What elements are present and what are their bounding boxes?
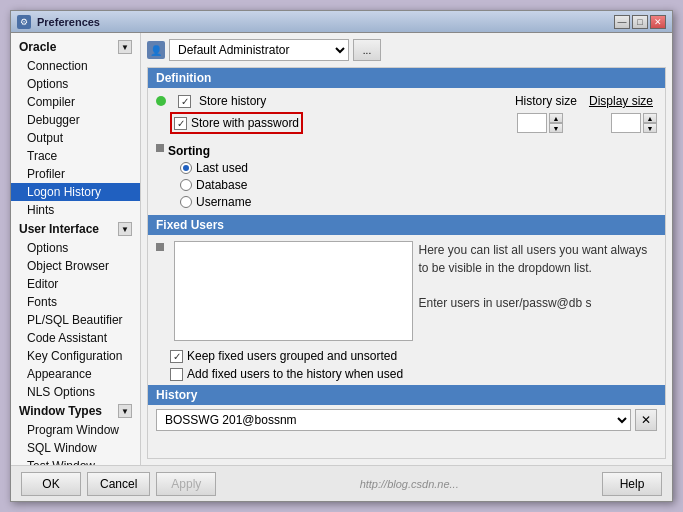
display-size-spinner: 30 ▲ ▼ [611,113,657,133]
bottom-bar: OK Cancel Apply http://blog.csdn.ne... H… [11,465,672,501]
radio-username-label: Username [196,195,251,209]
sidebar-item-logon-history[interactable]: Logon History [11,183,140,201]
ui-expand-icon[interactable]: ▼ [118,222,132,236]
sidebar-item-editor[interactable]: Editor [11,275,140,293]
watermark-text: http://blog.csdn.ne... [360,478,459,490]
preferences-window: ⚙ Preferences — □ ✕ Oracle ▼ Connection … [10,10,673,502]
display-size-input[interactable]: 30 [611,113,641,133]
radio-group: Last used Database Username [180,161,251,209]
green-indicator [156,96,166,106]
add-to-history-checkbox[interactable] [170,368,183,381]
sidebar-item-appearance[interactable]: Appearance [11,365,140,383]
radio-username[interactable]: Username [180,195,251,209]
sorting-group: Sorting Last used Database [168,144,251,209]
history-size-spinner: 8 ▲ ▼ [517,113,563,133]
sidebar-item-plsql[interactable]: PL/SQL Beautifier [11,311,140,329]
sidebar-item-connection[interactable]: Connection [11,57,140,75]
history-size-label: History size [515,94,577,108]
sidebar-item-compiler[interactable]: Compiler [11,93,140,111]
maximize-button[interactable]: □ [632,15,648,29]
fixed-users-hint: Here you can list all users you want alw… [419,241,658,312]
sidebar-item-sql-window[interactable]: SQL Window [11,439,140,457]
sidebar-item-debugger[interactable]: Debugger [11,111,140,129]
apply-button[interactable]: Apply [156,472,216,496]
sidebar-item-program-window[interactable]: Program Window [11,421,140,439]
history-size-down[interactable]: ▼ [549,123,563,133]
fixed-users-textarea-wrapper [174,241,413,341]
ok-button[interactable]: OK [21,472,81,496]
store-password-row: Store with password 8 ▲ ▼ [170,112,657,134]
store-password-highlight: Store with password [170,112,303,134]
bottom-left-buttons: OK Cancel Apply [21,472,216,496]
history-combo[interactable]: BOSSWG 201@bossnm [156,409,631,431]
sidebar-item-object-browser[interactable]: Object Browser [11,257,140,275]
definition-content: Store history History size Display size … [148,88,665,144]
cancel-button[interactable]: Cancel [87,472,150,496]
display-size-down[interactable]: ▼ [643,123,657,133]
fixed-users-options: Keep fixed users grouped and unsorted Ad… [148,347,665,385]
sidebar-item-trace[interactable]: Trace [11,147,140,165]
radio-database-btn[interactable] [180,179,192,191]
history-size-input[interactable]: 8 [517,113,547,133]
radio-database-label: Database [196,178,247,192]
window-icon: ⚙ [17,15,31,29]
sidebar-section-oracle: Oracle ▼ [11,37,140,57]
toolbar: 👤 Default Administrator ... [147,39,666,61]
fixed-users-inner: Here you can list all users you want alw… [174,241,657,341]
keep-grouped-checkbox[interactable] [170,350,183,363]
history-header: History [148,385,665,405]
window-title: Preferences [37,16,608,28]
settings-content: Definition Store history History size Di… [148,68,665,458]
sidebar-item-hints[interactable]: Hints [11,201,140,219]
radio-last-used[interactable]: Last used [180,161,251,175]
display-size-spinner-buttons: ▲ ▼ [643,113,657,133]
history-size-up[interactable]: ▲ [549,113,563,123]
fixed-users-content: Here you can list all users you want alw… [148,235,665,347]
sidebar-item-code-assistant[interactable]: Code Assistant [11,329,140,347]
store-history-checkbox[interactable] [178,95,191,108]
admin-select[interactable]: Default Administrator [169,39,349,61]
sidebar-item-ui-options[interactable]: Options [11,239,140,257]
minimize-button[interactable]: — [614,15,630,29]
history-content: BOSSWG 201@bossnm ✕ [148,405,665,435]
title-buttons: — □ ✕ [614,15,666,29]
display-size-up[interactable]: ▲ [643,113,657,123]
sidebar: Oracle ▼ Connection Options Compiler Deb… [11,33,141,465]
store-password-label: Store with password [191,116,299,130]
sorting-area: Sorting Last used Database [148,144,665,215]
sidebar-item-key-config[interactable]: Key Configuration [11,347,140,365]
sidebar-item-options[interactable]: Options [11,75,140,93]
store-history-row: Store history History size Display size [156,94,657,108]
radio-database[interactable]: Database [180,178,251,192]
radio-last-used-label: Last used [196,161,248,175]
admin-icon: 👤 [147,41,165,59]
history-size-spinner-buttons: ▲ ▼ [549,113,563,133]
sidebar-item-output[interactable]: Output [11,129,140,147]
sidebar-item-nls[interactable]: NLS Options [11,383,140,401]
add-to-history-row: Add fixed users to the history when used [170,367,657,381]
fixed-users-indicator [156,243,164,251]
store-history-label: Store history [199,94,266,108]
history-delete-btn[interactable]: ✕ [635,409,657,431]
store-password-checkbox[interactable] [174,117,187,130]
keep-grouped-label: Keep fixed users grouped and unsorted [187,349,397,363]
sidebar-item-test-window[interactable]: Test Window [11,457,140,465]
sidebar-item-fonts[interactable]: Fonts [11,293,140,311]
title-bar: ⚙ Preferences — □ ✕ [11,11,672,33]
fixed-users-textarea[interactable] [174,241,413,341]
sorting-label: Sorting [168,144,251,158]
sorting-indicator [156,144,164,152]
add-to-history-label: Add fixed users to the history when used [187,367,403,381]
oracle-expand-icon[interactable]: ▼ [118,40,132,54]
window-expand-icon[interactable]: ▼ [118,404,132,418]
more-button[interactable]: ... [353,39,381,61]
fixed-users-header: Fixed Users [148,215,665,235]
main-panel: 👤 Default Administrator ... Definition S… [141,33,672,465]
radio-last-used-btn[interactable] [180,162,192,174]
radio-username-btn[interactable] [180,196,192,208]
help-button[interactable]: Help [602,472,662,496]
sidebar-item-profiler[interactable]: Profiler [11,165,140,183]
sidebar-section-ui: User Interface ▼ [11,219,140,239]
window-content: Oracle ▼ Connection Options Compiler Deb… [11,33,672,465]
close-button[interactable]: ✕ [650,15,666,29]
